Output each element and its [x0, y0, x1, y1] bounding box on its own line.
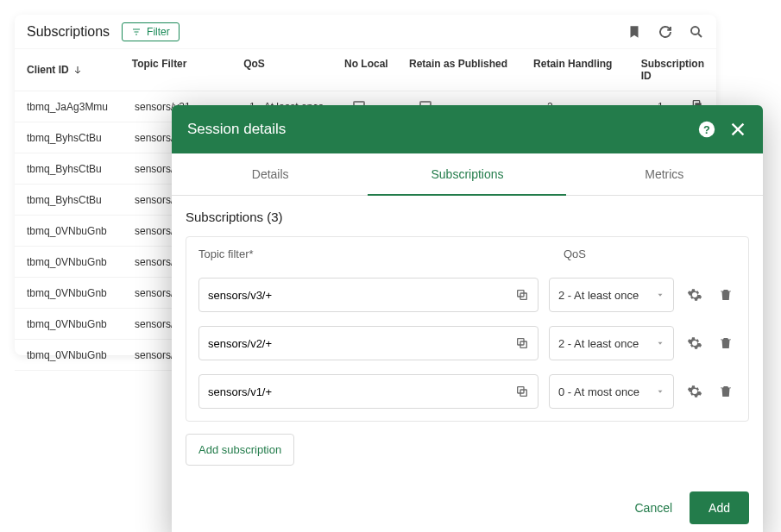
col-no-local[interactable]: No Local	[344, 58, 409, 82]
cell-client: tbmq_ByhsCtBu	[27, 132, 135, 144]
modal-tabs: Details Subscriptions Metrics	[172, 153, 763, 196]
svg-marker-20	[658, 390, 663, 392]
refresh-icon[interactable]	[658, 24, 673, 40]
panel-header: Subscriptions Filter	[15, 15, 716, 49]
subscription-row: 0 - At most once	[186, 367, 748, 416]
copy-icon[interactable]	[515, 336, 529, 350]
topic-input-wrapper	[198, 326, 539, 360]
modal-footer: Cancel Add	[172, 479, 763, 532]
cell-client: tbmq_0VNbuGnb	[27, 225, 135, 237]
qos-value: 2 - At least once	[558, 289, 639, 302]
help-icon[interactable]: ?	[697, 120, 716, 139]
head-qos: QoS	[564, 247, 736, 260]
table-header: Client ID Topic Filter QoS No Local Reta…	[15, 49, 716, 91]
subs-list-header: Topic filter* QoS	[186, 237, 748, 271]
qos-select[interactable]: 0 - At most once	[549, 374, 674, 409]
qos-value: 2 - At least once	[558, 337, 639, 350]
subscription-row: 2 - At least once	[186, 319, 748, 367]
gear-icon[interactable]	[684, 287, 705, 303]
copy-icon[interactable]	[515, 288, 529, 302]
copy-icon[interactable]	[515, 385, 529, 398]
add-button[interactable]: Add	[690, 491, 749, 524]
subscriptions-list: Topic filter* QoS 2 - At least once2 - A…	[186, 236, 749, 422]
qos-select[interactable]: 2 - At least once	[549, 278, 674, 312]
filter-label: Filter	[147, 26, 170, 38]
tab-details[interactable]: Details	[172, 153, 368, 195]
trash-icon[interactable]	[715, 384, 736, 399]
topic-input[interactable]	[208, 385, 515, 398]
cell-client: tbmq_0VNbuGnb	[27, 349, 135, 361]
cell-client: tbmq_ByhsCtBu	[27, 194, 135, 206]
panel-title: Subscriptions	[27, 24, 110, 40]
col-subscription-id[interactable]: Subscription ID	[641, 58, 704, 82]
cell-client: tbmq_ByhsCtBu	[27, 163, 135, 175]
bookmark-icon[interactable]	[627, 24, 642, 40]
session-details-modal: Session details ? Details Subscriptions …	[172, 105, 763, 532]
modal-body: Subscriptions (3) Topic filter* QoS 2 - …	[172, 196, 763, 479]
topic-input[interactable]	[208, 337, 515, 350]
search-icon[interactable]	[689, 24, 704, 40]
chevron-down-icon	[656, 337, 664, 350]
cell-client: tbmq_0VNbuGnb	[27, 256, 135, 268]
cell-client: tbmq_0VNbuGnb	[27, 287, 135, 299]
add-subscription-button[interactable]: Add subscription	[186, 434, 294, 466]
topic-input-wrapper	[198, 278, 539, 312]
cell-client: tbmq_0VNbuGnb	[27, 318, 135, 330]
cancel-button[interactable]: Cancel	[634, 501, 672, 515]
chevron-down-icon	[656, 289, 664, 302]
qos-value: 0 - At most once	[558, 385, 639, 398]
svg-marker-17	[658, 341, 663, 344]
trash-icon[interactable]	[715, 287, 736, 303]
sort-down-icon	[72, 65, 83, 75]
gear-icon[interactable]	[684, 335, 705, 351]
chevron-down-icon	[656, 385, 664, 398]
gear-icon[interactable]	[684, 384, 705, 399]
modal-header: Session details ?	[172, 105, 763, 153]
head-topic: Topic filter*	[198, 247, 564, 260]
qos-select[interactable]: 2 - At least once	[549, 326, 674, 360]
filter-icon	[131, 27, 142, 37]
trash-icon[interactable]	[715, 335, 736, 351]
svg-point-3	[691, 27, 699, 34]
svg-line-4	[698, 34, 702, 37]
col-qos[interactable]: QoS	[243, 58, 344, 82]
topic-input-wrapper	[198, 374, 539, 409]
cell-client: tbmq_JaAg3Mmu	[27, 101, 135, 113]
subscription-row: 2 - At least once	[186, 271, 748, 319]
tab-subscriptions[interactable]: Subscriptions	[368, 153, 565, 195]
col-topic-filter[interactable]: Topic Filter	[132, 58, 243, 82]
col-client-id[interactable]: Client ID	[27, 58, 132, 82]
modal-title: Session details	[187, 121, 685, 138]
topic-input[interactable]	[208, 289, 515, 302]
col-retain-handling[interactable]: Retain Handling	[533, 58, 641, 82]
close-icon[interactable]	[728, 120, 747, 139]
svg-marker-14	[658, 293, 663, 296]
filter-button[interactable]: Filter	[122, 22, 180, 41]
svg-text:?: ?	[703, 123, 710, 136]
col-retain-pub[interactable]: Retain as Published	[409, 58, 533, 82]
section-title: Subscriptions (3)	[186, 210, 749, 224]
tab-metrics[interactable]: Metrics	[566, 153, 763, 195]
